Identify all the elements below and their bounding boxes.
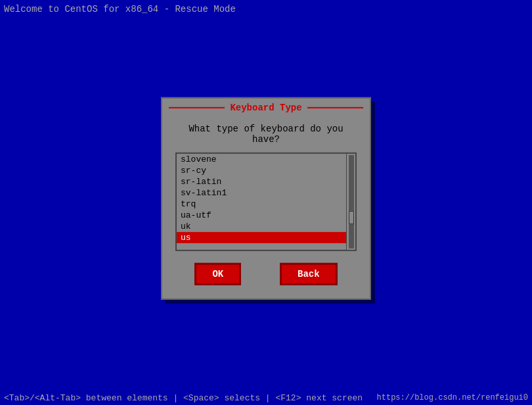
dialog-question: What type of keyboard do you have? (175, 124, 357, 145)
dialog-body: What type of keyboard do you have? slove… (162, 117, 370, 298)
bottom-bar: <Tab>/<Alt-Tab> between elements | <Spac… (0, 391, 532, 405)
scrollbar-track (349, 155, 354, 249)
dialog-title: Keyboard Type (225, 103, 307, 113)
list-item[interactable]: sr-cy (177, 165, 346, 176)
listbox-container[interactable]: slovenesr-cysr-latinsv-latin1trqua-utfuk… (175, 153, 357, 251)
scrollbar-thumb (349, 211, 354, 224)
list-item[interactable]: uk (177, 221, 346, 232)
keyboard-type-dialog: Keyboard Type What type of keyboard do y… (161, 97, 371, 300)
top-bar: Welcome to CentOS for x86_64 - Rescue Mo… (4, 4, 236, 14)
list-item[interactable]: ua-utf (177, 210, 346, 221)
button-row: OK Back (175, 263, 357, 285)
listbox[interactable]: slovenesr-cysr-latinsv-latin1trqua-utfuk… (177, 154, 346, 250)
list-item[interactable]: trq (177, 199, 346, 210)
list-item[interactable]: sv-latin1 (177, 187, 346, 199)
list-item[interactable]: us (177, 232, 346, 243)
bottom-bar-text: <Tab>/<Alt-Tab> between elements | <Spac… (4, 393, 363, 403)
list-item[interactable]: sr-latin (177, 176, 346, 187)
ok-button[interactable]: OK (194, 263, 241, 285)
watermark: https://blog.csdn.net/renfeigui0 (377, 393, 528, 402)
top-bar-text: Welcome to CentOS for x86_64 - Rescue Mo… (4, 4, 236, 14)
scrollbar[interactable] (346, 154, 355, 250)
dialog-overlay: Keyboard Type What type of keyboard do y… (161, 97, 371, 300)
dialog-title-bar: Keyboard Type (162, 99, 370, 117)
back-button[interactable]: Back (280, 263, 338, 285)
list-item[interactable]: slovene (177, 154, 346, 165)
